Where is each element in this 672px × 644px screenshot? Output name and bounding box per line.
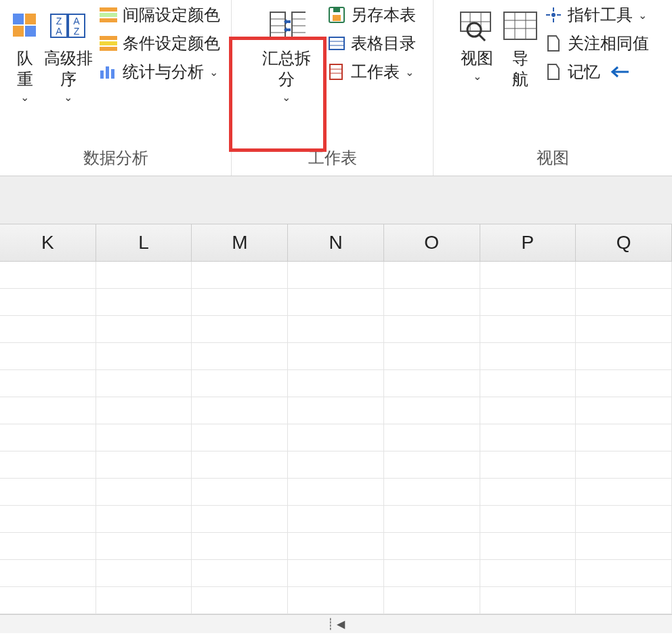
- grid-cell[interactable]: [96, 343, 192, 369]
- grid-cell[interactable]: [0, 343, 96, 369]
- arrow-left-icon[interactable]: [610, 62, 630, 82]
- grid-cell[interactable]: [0, 316, 96, 342]
- grid-cell[interactable]: [288, 343, 384, 369]
- grid-cell[interactable]: [576, 289, 672, 315]
- grid-cell[interactable]: [0, 533, 96, 559]
- grid-cell[interactable]: [384, 262, 480, 288]
- grid-cell[interactable]: [480, 560, 576, 586]
- column-header-P[interactable]: P: [480, 224, 576, 261]
- grid-cell[interactable]: [576, 479, 672, 505]
- grid-cell[interactable]: [0, 587, 96, 613]
- grid-cell[interactable]: [192, 289, 288, 315]
- grid-cell[interactable]: [480, 343, 576, 369]
- grid-cell[interactable]: [384, 397, 480, 424]
- grid-cell[interactable]: [192, 479, 288, 505]
- grid-cell[interactable]: [96, 451, 192, 478]
- grid-cell[interactable]: [0, 479, 96, 505]
- scroll-left-control[interactable]: ┊ ◀: [327, 618, 345, 630]
- table-directory-button[interactable]: 表格目录: [327, 33, 416, 54]
- grid-cell[interactable]: [384, 343, 480, 369]
- grid-cell[interactable]: [192, 397, 288, 424]
- grid-cell[interactable]: [0, 424, 96, 451]
- grid-cell[interactable]: [480, 451, 576, 478]
- grid-body[interactable]: [0, 262, 672, 614]
- grid-cell[interactable]: [0, 289, 96, 315]
- grid-cell[interactable]: [480, 289, 576, 315]
- condition-color-button[interactable]: 条件设定颜色: [98, 33, 220, 54]
- interval-color-button[interactable]: 间隔设定颜色: [98, 4, 220, 26]
- grid-cell[interactable]: [96, 560, 192, 586]
- grid-cell[interactable]: [384, 587, 480, 613]
- grid-cell[interactable]: [480, 424, 576, 451]
- grid-cell[interactable]: [0, 560, 96, 586]
- grid-cell[interactable]: [480, 479, 576, 505]
- grid-cell[interactable]: [0, 397, 96, 424]
- worksheet-button[interactable]: 工作表 ⌄: [327, 61, 416, 83]
- grid-cell[interactable]: [288, 262, 384, 288]
- grid-cell[interactable]: [192, 370, 288, 397]
- advanced-sort-button[interactable]: ZAAZ 高级排 序 ⌄: [41, 4, 96, 106]
- column-header-N[interactable]: N: [288, 224, 384, 261]
- grid-cell[interactable]: [480, 533, 576, 559]
- grid-cell[interactable]: [384, 316, 480, 342]
- grid-cell[interactable]: [480, 316, 576, 342]
- grid-cell[interactable]: [576, 451, 672, 478]
- grid-cell[interactable]: [384, 533, 480, 559]
- save-copy-button[interactable]: 另存本表: [327, 4, 416, 26]
- summary-split-button[interactable]: 汇总拆 分 ⌄: [249, 4, 324, 106]
- grid-cell[interactable]: [288, 560, 384, 586]
- column-header-K[interactable]: K: [0, 224, 96, 261]
- grid-cell[interactable]: [576, 560, 672, 586]
- grid-cell[interactable]: [480, 370, 576, 397]
- grid-cell[interactable]: [576, 370, 672, 397]
- grid-cell[interactable]: [96, 289, 192, 315]
- grid-cell[interactable]: [384, 289, 480, 315]
- grid-cell[interactable]: [288, 451, 384, 478]
- pointer-tool-button[interactable]: 指针工具 ⌄: [543, 4, 649, 26]
- grid-cell[interactable]: [480, 506, 576, 532]
- grid-cell[interactable]: [384, 479, 480, 505]
- grid-cell[interactable]: [192, 424, 288, 451]
- grid-cell[interactable]: [192, 262, 288, 288]
- grid-cell[interactable]: [384, 506, 480, 532]
- grid-cell[interactable]: [288, 424, 384, 451]
- grid-cell[interactable]: [576, 587, 672, 613]
- grid-cell[interactable]: [288, 587, 384, 613]
- grid-cell[interactable]: [480, 262, 576, 288]
- grid-cell[interactable]: [96, 424, 192, 451]
- view-button[interactable]: 视图 ⌄: [457, 4, 497, 85]
- grid-cell[interactable]: [0, 506, 96, 532]
- grid-cell[interactable]: [576, 316, 672, 342]
- grid-cell[interactable]: [576, 424, 672, 451]
- focus-same-value-button[interactable]: 关注相同值: [543, 33, 649, 54]
- grid-cell[interactable]: [96, 262, 192, 288]
- grid-cell[interactable]: [192, 506, 288, 532]
- grid-cell[interactable]: [288, 479, 384, 505]
- column-header-L[interactable]: L: [96, 224, 192, 261]
- grid-cell[interactable]: [96, 370, 192, 397]
- column-header-Q[interactable]: Q: [576, 224, 672, 261]
- grid-cell[interactable]: [576, 397, 672, 424]
- grid-cell[interactable]: [192, 451, 288, 478]
- grid-cell[interactable]: [96, 506, 192, 532]
- grid-cell[interactable]: [480, 587, 576, 613]
- grid-cell[interactable]: [192, 560, 288, 586]
- grid-cell[interactable]: [288, 506, 384, 532]
- grid-cell[interactable]: [480, 397, 576, 424]
- grid-cell[interactable]: [288, 316, 384, 342]
- grid-cell[interactable]: [96, 533, 192, 559]
- memory-button[interactable]: 记忆: [543, 61, 649, 83]
- column-header-M[interactable]: M: [192, 224, 288, 261]
- column-header-O[interactable]: O: [384, 224, 480, 261]
- grid-cell[interactable]: [576, 533, 672, 559]
- grid-cell[interactable]: [288, 289, 384, 315]
- grid-cell[interactable]: [288, 533, 384, 559]
- grid-cell[interactable]: [576, 343, 672, 369]
- grid-cell[interactable]: [288, 397, 384, 424]
- grid-cell[interactable]: [96, 316, 192, 342]
- grid-cell[interactable]: [96, 397, 192, 424]
- grid-cell[interactable]: [288, 370, 384, 397]
- duplicates-button[interactable]: 队重 ⌄: [12, 4, 39, 106]
- grid-cell[interactable]: [96, 587, 192, 613]
- stat-analysis-button[interactable]: 统计与分析 ⌄: [98, 61, 220, 83]
